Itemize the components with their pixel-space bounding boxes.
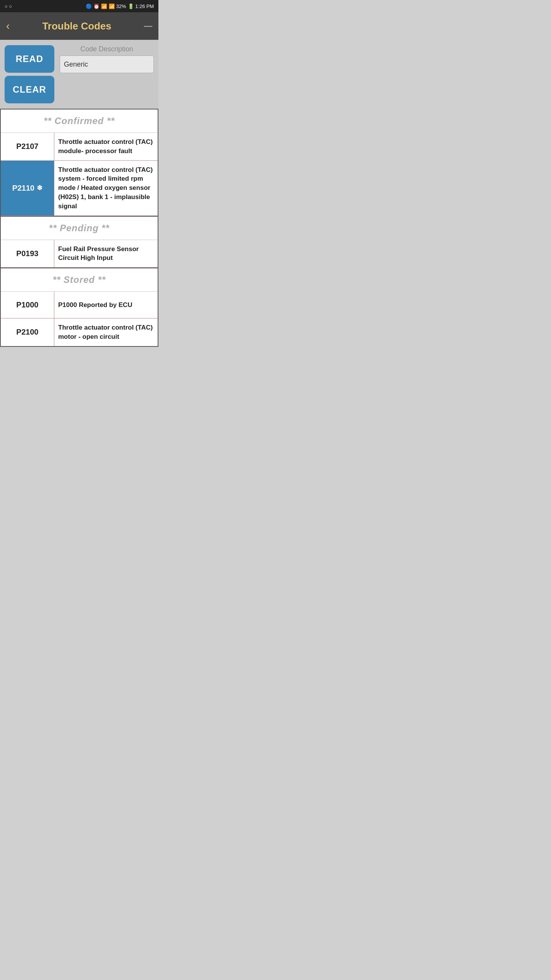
code-cell-p0193: P0193 xyxy=(1,240,54,268)
signal-icon: 📶 xyxy=(109,3,115,9)
code-cell-p2107: P2107 xyxy=(1,133,54,160)
time: 1:26 PM xyxy=(135,3,154,9)
code-value-p2110: P2110 xyxy=(12,184,34,193)
desc-text-p1000: P1000 Reported by ECU xyxy=(58,301,132,310)
codes-table: ** Confirmed ** P2107 Throttle actuator … xyxy=(0,109,158,347)
back-button[interactable]: ‹ xyxy=(6,20,10,32)
table-row: P2100 Throttle actuator control (TAC) mo… xyxy=(1,318,158,346)
bluetooth-icon: 🔵 xyxy=(86,3,92,9)
table-row: P1000 P1000 Reported by ECU xyxy=(1,292,158,318)
code-cell-p1000: P1000 xyxy=(1,292,54,318)
alarm-icon: ⏰ xyxy=(93,3,99,9)
desc-cell-p1000: P1000 Reported by ECU xyxy=(54,292,158,318)
header: ‹ Trouble Codes — xyxy=(0,12,158,40)
action-buttons: READ CLEAR xyxy=(5,45,54,103)
battery-icon: 🔋 xyxy=(128,3,134,9)
wifi-icon: 📶 xyxy=(101,3,107,9)
code-description-col: Code Description xyxy=(60,45,154,73)
desc-cell-p2107: Throttle actuator control (TAC) module- … xyxy=(54,133,158,160)
code-cell-p2110: P2110 ❄ xyxy=(1,161,54,216)
status-bar: ○ ○ 🔵 ⏰ 📶 📶 32% 🔋 1:26 PM xyxy=(0,0,158,12)
code-cell-inner-p2110: P2110 ❄ xyxy=(12,184,42,193)
desc-text-p0193: Fuel Rail Pressure Sensor Circuit High I… xyxy=(58,245,154,263)
code-value-p2107: P2107 xyxy=(16,142,39,151)
code-description-input[interactable] xyxy=(60,56,154,73)
snowflake-icon: ❄ xyxy=(37,184,42,192)
desc-cell-p2110: Throttle actuator control (TAC) system -… xyxy=(54,161,158,216)
desc-text-p2110: Throttle actuator control (TAC) system -… xyxy=(58,165,154,211)
clear-button[interactable]: CLEAR xyxy=(5,76,54,103)
pending-header-text: ** Pending ** xyxy=(49,223,109,233)
battery-percent: 32% xyxy=(116,3,126,9)
code-value-p2100: P2100 xyxy=(16,328,39,336)
stored-header-text: ** Stored ** xyxy=(53,274,106,285)
code-value-p0193: P0193 xyxy=(16,249,39,258)
status-notifications: ○ ○ xyxy=(5,3,12,9)
desc-text-p2107: Throttle actuator control (TAC) module- … xyxy=(58,137,154,156)
desc-text-p2100: Throttle actuator control (TAC) motor - … xyxy=(58,323,154,341)
code-value-p1000: P1000 xyxy=(16,301,39,309)
code-cell-p2100: P2100 xyxy=(1,318,54,346)
desc-cell-p2100: Throttle actuator control (TAC) motor - … xyxy=(54,318,158,346)
table-row: P2110 ❄ Throttle actuator control (TAC) … xyxy=(1,161,158,216)
code-description-label: Code Description xyxy=(60,45,154,53)
controls-area: READ CLEAR Code Description xyxy=(0,40,158,109)
status-bar-right: 🔵 ⏰ 📶 📶 32% 🔋 1:26 PM xyxy=(86,3,154,9)
confirmed-header-text: ** Confirmed ** xyxy=(44,116,115,126)
status-bar-left: ○ ○ xyxy=(5,3,12,9)
pending-section-header: ** Pending ** xyxy=(1,216,158,240)
table-row: P2107 Throttle actuator control (TAC) mo… xyxy=(1,133,158,161)
read-button[interactable]: READ xyxy=(5,45,54,73)
minimize-button[interactable]: — xyxy=(144,21,152,31)
page-title: Trouble Codes xyxy=(10,20,144,32)
confirmed-section-header: ** Confirmed ** xyxy=(1,109,158,133)
desc-cell-p0193: Fuel Rail Pressure Sensor Circuit High I… xyxy=(54,240,158,268)
stored-section-header: ** Stored ** xyxy=(1,268,158,292)
table-row: P0193 Fuel Rail Pressure Sensor Circuit … xyxy=(1,240,158,268)
